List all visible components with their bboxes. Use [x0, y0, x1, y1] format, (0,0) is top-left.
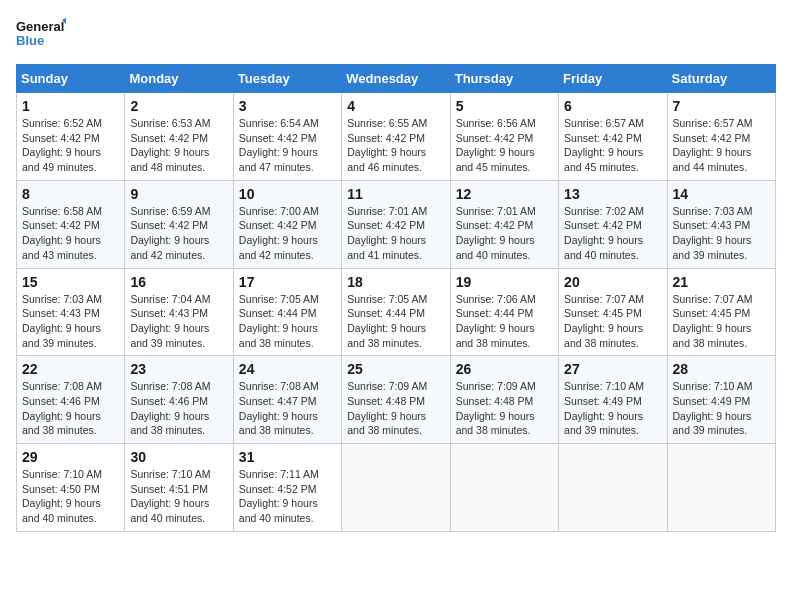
- calendar-day-header: Friday: [559, 65, 667, 93]
- day-number: 30: [130, 449, 227, 465]
- calendar-day-header: Monday: [125, 65, 233, 93]
- day-info: Sunrise: 7:10 AM Sunset: 4:51 PM Dayligh…: [130, 467, 227, 526]
- day-number: 20: [564, 274, 661, 290]
- calendar-cell: 23 Sunrise: 7:08 AM Sunset: 4:46 PM Dayl…: [125, 356, 233, 444]
- calendar-week-row: 22 Sunrise: 7:08 AM Sunset: 4:46 PM Dayl…: [17, 356, 776, 444]
- calendar-cell: 27 Sunrise: 7:10 AM Sunset: 4:49 PM Dayl…: [559, 356, 667, 444]
- day-number: 24: [239, 361, 336, 377]
- calendar-cell: 26 Sunrise: 7:09 AM Sunset: 4:48 PM Dayl…: [450, 356, 558, 444]
- calendar-cell: 1 Sunrise: 6:52 AM Sunset: 4:42 PM Dayli…: [17, 93, 125, 181]
- calendar-cell: 29 Sunrise: 7:10 AM Sunset: 4:50 PM Dayl…: [17, 444, 125, 532]
- day-info: Sunrise: 7:04 AM Sunset: 4:43 PM Dayligh…: [130, 292, 227, 351]
- calendar-cell: 31 Sunrise: 7:11 AM Sunset: 4:52 PM Dayl…: [233, 444, 341, 532]
- day-number: 19: [456, 274, 553, 290]
- calendar-cell: 30 Sunrise: 7:10 AM Sunset: 4:51 PM Dayl…: [125, 444, 233, 532]
- calendar-cell: 13 Sunrise: 7:02 AM Sunset: 4:42 PM Dayl…: [559, 180, 667, 268]
- page-header: General Blue: [16, 16, 776, 52]
- day-number: 15: [22, 274, 119, 290]
- calendar-day-header: Sunday: [17, 65, 125, 93]
- calendar-cell: [450, 444, 558, 532]
- calendar-cell: [342, 444, 450, 532]
- day-info: Sunrise: 7:08 AM Sunset: 4:47 PM Dayligh…: [239, 379, 336, 438]
- day-info: Sunrise: 7:10 AM Sunset: 4:50 PM Dayligh…: [22, 467, 119, 526]
- day-number: 27: [564, 361, 661, 377]
- day-number: 23: [130, 361, 227, 377]
- day-number: 8: [22, 186, 119, 202]
- day-info: Sunrise: 6:58 AM Sunset: 4:42 PM Dayligh…: [22, 204, 119, 263]
- svg-text:Blue: Blue: [16, 33, 44, 48]
- calendar-table: SundayMondayTuesdayWednesdayThursdayFrid…: [16, 64, 776, 532]
- day-info: Sunrise: 6:59 AM Sunset: 4:42 PM Dayligh…: [130, 204, 227, 263]
- day-number: 14: [673, 186, 770, 202]
- calendar-body: 1 Sunrise: 6:52 AM Sunset: 4:42 PM Dayli…: [17, 93, 776, 532]
- day-number: 13: [564, 186, 661, 202]
- calendar-cell: 16 Sunrise: 7:04 AM Sunset: 4:43 PM Dayl…: [125, 268, 233, 356]
- calendar-cell: 19 Sunrise: 7:06 AM Sunset: 4:44 PM Dayl…: [450, 268, 558, 356]
- calendar-header-row: SundayMondayTuesdayWednesdayThursdayFrid…: [17, 65, 776, 93]
- day-info: Sunrise: 6:53 AM Sunset: 4:42 PM Dayligh…: [130, 116, 227, 175]
- day-number: 7: [673, 98, 770, 114]
- day-number: 28: [673, 361, 770, 377]
- day-number: 17: [239, 274, 336, 290]
- day-number: 21: [673, 274, 770, 290]
- calendar-day-header: Saturday: [667, 65, 775, 93]
- day-number: 9: [130, 186, 227, 202]
- calendar-week-row: 1 Sunrise: 6:52 AM Sunset: 4:42 PM Dayli…: [17, 93, 776, 181]
- day-info: Sunrise: 6:57 AM Sunset: 4:42 PM Dayligh…: [673, 116, 770, 175]
- day-info: Sunrise: 7:01 AM Sunset: 4:42 PM Dayligh…: [347, 204, 444, 263]
- calendar-week-row: 8 Sunrise: 6:58 AM Sunset: 4:42 PM Dayli…: [17, 180, 776, 268]
- calendar-cell: 9 Sunrise: 6:59 AM Sunset: 4:42 PM Dayli…: [125, 180, 233, 268]
- calendar-cell: 17 Sunrise: 7:05 AM Sunset: 4:44 PM Dayl…: [233, 268, 341, 356]
- calendar-cell: 20 Sunrise: 7:07 AM Sunset: 4:45 PM Dayl…: [559, 268, 667, 356]
- day-number: 11: [347, 186, 444, 202]
- day-info: Sunrise: 7:00 AM Sunset: 4:42 PM Dayligh…: [239, 204, 336, 263]
- calendar-cell: 5 Sunrise: 6:56 AM Sunset: 4:42 PM Dayli…: [450, 93, 558, 181]
- calendar-cell: 6 Sunrise: 6:57 AM Sunset: 4:42 PM Dayli…: [559, 93, 667, 181]
- calendar-cell: 3 Sunrise: 6:54 AM Sunset: 4:42 PM Dayli…: [233, 93, 341, 181]
- day-info: Sunrise: 7:07 AM Sunset: 4:45 PM Dayligh…: [673, 292, 770, 351]
- day-info: Sunrise: 6:52 AM Sunset: 4:42 PM Dayligh…: [22, 116, 119, 175]
- day-info: Sunrise: 7:07 AM Sunset: 4:45 PM Dayligh…: [564, 292, 661, 351]
- day-number: 3: [239, 98, 336, 114]
- calendar-day-header: Tuesday: [233, 65, 341, 93]
- calendar-cell: 28 Sunrise: 7:10 AM Sunset: 4:49 PM Dayl…: [667, 356, 775, 444]
- calendar-cell: 2 Sunrise: 6:53 AM Sunset: 4:42 PM Dayli…: [125, 93, 233, 181]
- day-number: 5: [456, 98, 553, 114]
- day-info: Sunrise: 6:54 AM Sunset: 4:42 PM Dayligh…: [239, 116, 336, 175]
- day-info: Sunrise: 7:11 AM Sunset: 4:52 PM Dayligh…: [239, 467, 336, 526]
- calendar-cell: 4 Sunrise: 6:55 AM Sunset: 4:42 PM Dayli…: [342, 93, 450, 181]
- day-number: 12: [456, 186, 553, 202]
- calendar-cell: [667, 444, 775, 532]
- logo-svg: General Blue: [16, 16, 66, 52]
- day-number: 18: [347, 274, 444, 290]
- calendar-week-row: 15 Sunrise: 7:03 AM Sunset: 4:43 PM Dayl…: [17, 268, 776, 356]
- day-number: 31: [239, 449, 336, 465]
- day-info: Sunrise: 7:02 AM Sunset: 4:42 PM Dayligh…: [564, 204, 661, 263]
- day-info: Sunrise: 7:03 AM Sunset: 4:43 PM Dayligh…: [22, 292, 119, 351]
- calendar-cell: 14 Sunrise: 7:03 AM Sunset: 4:43 PM Dayl…: [667, 180, 775, 268]
- day-info: Sunrise: 7:09 AM Sunset: 4:48 PM Dayligh…: [347, 379, 444, 438]
- day-number: 1: [22, 98, 119, 114]
- calendar-day-header: Thursday: [450, 65, 558, 93]
- calendar-cell: 25 Sunrise: 7:09 AM Sunset: 4:48 PM Dayl…: [342, 356, 450, 444]
- day-info: Sunrise: 7:06 AM Sunset: 4:44 PM Dayligh…: [456, 292, 553, 351]
- svg-text:General: General: [16, 19, 64, 34]
- day-info: Sunrise: 6:56 AM Sunset: 4:42 PM Dayligh…: [456, 116, 553, 175]
- day-info: Sunrise: 7:10 AM Sunset: 4:49 PM Dayligh…: [673, 379, 770, 438]
- calendar-cell: 15 Sunrise: 7:03 AM Sunset: 4:43 PM Dayl…: [17, 268, 125, 356]
- day-number: 29: [22, 449, 119, 465]
- calendar-day-header: Wednesday: [342, 65, 450, 93]
- day-info: Sunrise: 6:57 AM Sunset: 4:42 PM Dayligh…: [564, 116, 661, 175]
- calendar-cell: 7 Sunrise: 6:57 AM Sunset: 4:42 PM Dayli…: [667, 93, 775, 181]
- day-info: Sunrise: 7:03 AM Sunset: 4:43 PM Dayligh…: [673, 204, 770, 263]
- day-number: 25: [347, 361, 444, 377]
- calendar-cell: 22 Sunrise: 7:08 AM Sunset: 4:46 PM Dayl…: [17, 356, 125, 444]
- day-number: 26: [456, 361, 553, 377]
- calendar-cell: 12 Sunrise: 7:01 AM Sunset: 4:42 PM Dayl…: [450, 180, 558, 268]
- day-info: Sunrise: 7:01 AM Sunset: 4:42 PM Dayligh…: [456, 204, 553, 263]
- day-number: 2: [130, 98, 227, 114]
- day-info: Sunrise: 7:08 AM Sunset: 4:46 PM Dayligh…: [22, 379, 119, 438]
- day-info: Sunrise: 7:05 AM Sunset: 4:44 PM Dayligh…: [347, 292, 444, 351]
- calendar-cell: 18 Sunrise: 7:05 AM Sunset: 4:44 PM Dayl…: [342, 268, 450, 356]
- day-number: 16: [130, 274, 227, 290]
